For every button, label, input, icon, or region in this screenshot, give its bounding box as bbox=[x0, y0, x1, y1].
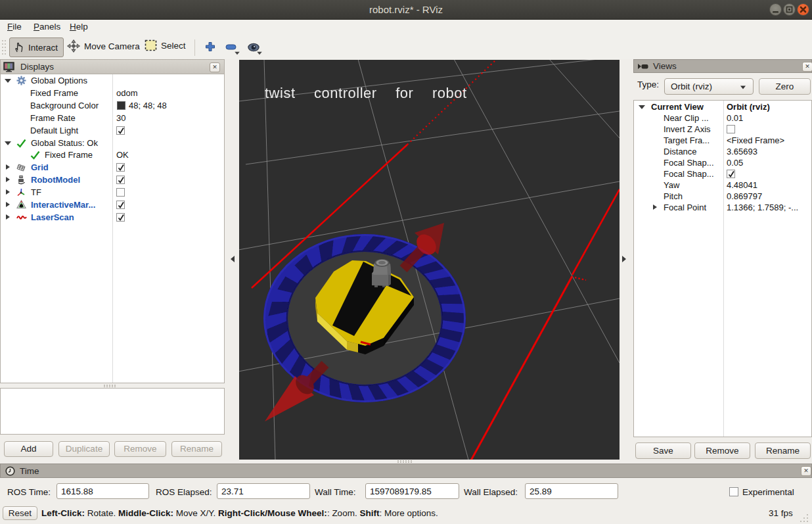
svg-text:twist controller for robot: twist controller for robot bbox=[265, 85, 467, 101]
